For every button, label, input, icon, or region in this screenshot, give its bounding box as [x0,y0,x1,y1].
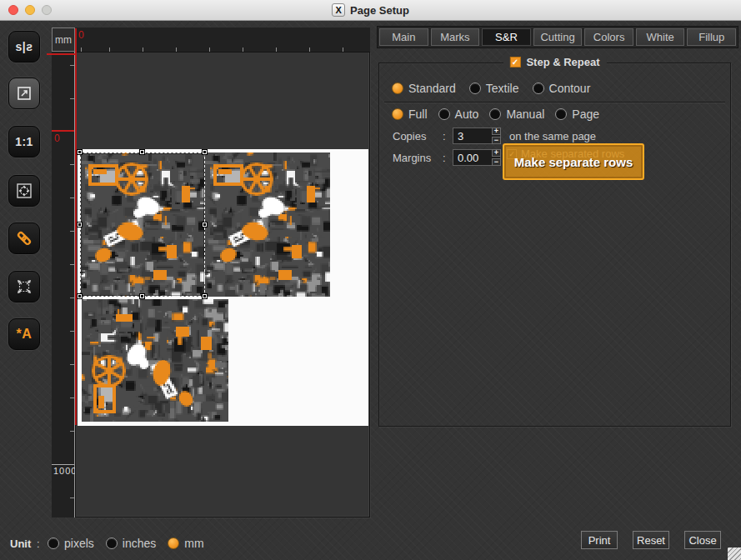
tab-sr[interactable]: S&R [482,28,531,46]
mm-radio[interactable] [168,538,179,549]
unit-mm[interactable]: mm [168,537,203,550]
layout-full[interactable]: Full [392,108,428,121]
margins-decrement-button[interactable]: − [492,158,501,166]
x11-app-icon: X [332,3,345,17]
selection-handle[interactable] [202,222,208,228]
preview-tool-button[interactable] [8,78,40,109]
tab-fillup[interactable]: Fillup [687,28,736,46]
tab-white[interactable]: White [636,28,685,46]
titlebar: X Page Setup [0,0,741,21]
unit-label: Unit [10,538,31,550]
copies-decrement-button[interactable]: − [492,137,501,144]
standard-radio-label: Standard [408,82,456,95]
artwork-copy[interactable] [80,152,205,297]
vertical-ruler: 0 1000 [52,52,75,518]
vertical-ruler-ticks [70,52,74,518]
close-window-button[interactable] [8,5,18,15]
fit-selection-icon [15,182,33,200]
window-resize-grip[interactable] [728,548,741,560]
unit-pixels[interactable]: pixels [48,537,94,550]
link-tool-button[interactable] [8,222,40,254]
close-button[interactable]: Close [684,531,721,549]
margins-increment-button[interactable]: + [492,149,501,157]
mode-textile[interactable]: Textile [469,82,519,95]
artwork-copy[interactable] [82,299,228,422]
unit-colon: : [37,538,40,550]
page-preview-canvas[interactable] [75,52,370,518]
selection-handle[interactable] [202,149,208,155]
preview-icon [15,84,33,102]
inches-radio-label: inches [123,537,156,550]
copies-spinbox[interactable]: 3 + − [453,128,501,144]
manual-radio[interactable] [489,108,501,120]
zoom-window-button[interactable] [42,5,52,15]
copies-colon: : [443,130,446,142]
settings-tabbar: Main Marks S&R Cutting Colors White Fill… [377,26,738,48]
unit-inches[interactable]: inches [106,537,156,550]
horizontal-ruler: 0 [75,28,370,52]
inches-radio[interactable] [106,538,118,549]
layout-page[interactable]: Page [555,108,599,121]
move-area-button[interactable] [8,271,40,302]
tab-marks[interactable]: Marks [431,28,480,46]
full-radio[interactable] [392,108,403,120]
selection-handle[interactable] [77,222,83,228]
vertical-ruler-origin: 0 [54,132,60,144]
manual-radio-label: Manual [506,108,544,121]
mirror-tool-button[interactable]: s|ƨ [8,31,40,62]
selection-handle[interactable] [202,293,208,299]
ruler-top-origin-line [47,53,75,55]
tab-colors[interactable]: Colors [584,28,633,46]
vertical-ruler-1000-label: 1000 [53,466,77,476]
minimize-window-button[interactable] [25,5,35,15]
step-repeat-checkbox[interactable]: ✓ [509,57,520,68]
standard-radio[interactable] [392,82,403,94]
page-radio[interactable] [555,108,567,120]
margins-value[interactable]: 0.00 [458,152,478,164]
pixels-radio[interactable] [48,538,59,549]
step-repeat-title: Step & Repeat [526,56,599,68]
highlight-overlay[interactable]: Make separate rows [503,143,644,180]
reset-button[interactable]: Reset [633,531,669,549]
textile-radio[interactable] [469,82,481,94]
copies-label: Copies [393,130,426,142]
group-separator [384,102,725,102]
auto-radio[interactable] [438,108,450,120]
vertical-ruler-origin-line [52,130,74,132]
print-button[interactable]: Print [581,531,618,549]
selection-handle[interactable] [77,293,83,299]
contour-radio-label: Contour [549,82,591,95]
window-controls [8,5,52,15]
mode-contour[interactable]: Contour [533,82,591,95]
copies-increment-button[interactable]: + [492,128,501,135]
margins-spinbox[interactable]: 0.00 + − [453,149,501,166]
mm-radio-label: mm [184,537,203,550]
mirror-icon: s|ƨ [16,40,33,53]
layout-manual[interactable]: Manual [489,108,544,121]
artwork-copy[interactable] [205,152,330,297]
selection-handle[interactable] [77,149,83,155]
selection-handle[interactable] [139,149,145,155]
margins-label: Margins [393,152,431,164]
layout-radio-row: Full Auto Manual Page [392,107,599,122]
fit-selection-button[interactable] [8,175,40,207]
vertical-ruler-1000-tick [52,464,74,465]
ruler-unit-box: mm [52,28,75,52]
annotate-tool-button[interactable]: *A [8,318,40,350]
zoom-1-1-button[interactable]: 1:1 [8,126,40,158]
mode-standard[interactable]: Standard [392,82,456,95]
contour-radio[interactable] [533,82,544,94]
auto-radio-label: Auto [455,108,479,121]
copies-suffix-label: on the same page [509,130,596,142]
tab-cutting[interactable]: Cutting [533,28,583,46]
selection-handle[interactable] [139,293,145,299]
textile-radio-label: Textile [486,82,519,95]
move-area-icon [15,278,33,296]
page-radio-label: Page [572,108,599,121]
zoom-1-1-icon: 1:1 [15,135,33,148]
unit-radio-row: pixels inches mm [48,537,204,550]
tab-main[interactable]: Main [379,28,428,46]
copies-value[interactable]: 3 [458,130,463,142]
layout-auto[interactable]: Auto [438,108,479,121]
step-repeat-legend: ✓ Step & Repeat [503,56,606,68]
